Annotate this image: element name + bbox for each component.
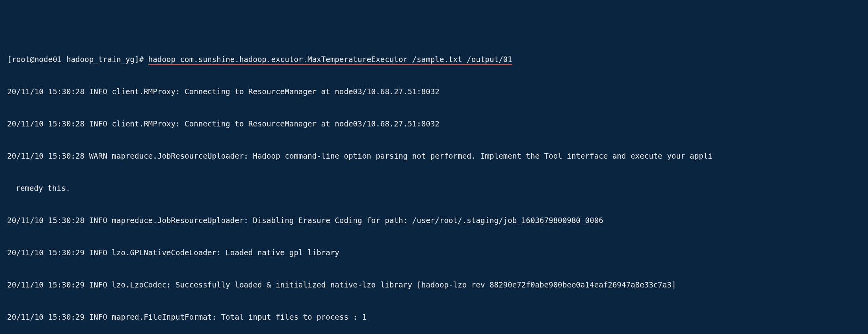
log-line: 20/11/10 15:30:28 INFO mapreduce.JobReso… xyxy=(7,215,861,226)
terminal-output: [root@node01 hadoop_train_yg]# hadoop co… xyxy=(0,0,868,334)
log-line: 20/11/10 15:30:28 INFO client.RMProxy: C… xyxy=(7,118,861,129)
shell-prompt-line[interactable]: [root@node01 hadoop_train_yg]# hadoop co… xyxy=(7,54,861,65)
shell-prompt: [root@node01 hadoop_train_yg]# xyxy=(7,55,148,64)
log-line: remedy this. xyxy=(7,183,861,194)
log-line: 20/11/10 15:30:28 INFO client.RMProxy: C… xyxy=(7,86,861,97)
log-line: 20/11/10 15:30:29 INFO lzo.LzoCodec: Suc… xyxy=(7,280,861,290)
truncated-prev-line xyxy=(7,22,861,33)
log-line: 20/11/10 15:30:29 INFO lzo.GPLNativeCode… xyxy=(7,247,861,258)
log-line: 20/11/10 15:30:29 INFO mapred.FileInputF… xyxy=(7,312,861,322)
log-line: 20/11/10 15:30:28 WARN mapreduce.JobReso… xyxy=(7,151,861,161)
executed-command: hadoop com.sunshine.hadoop.excutor.MaxTe… xyxy=(148,55,512,65)
